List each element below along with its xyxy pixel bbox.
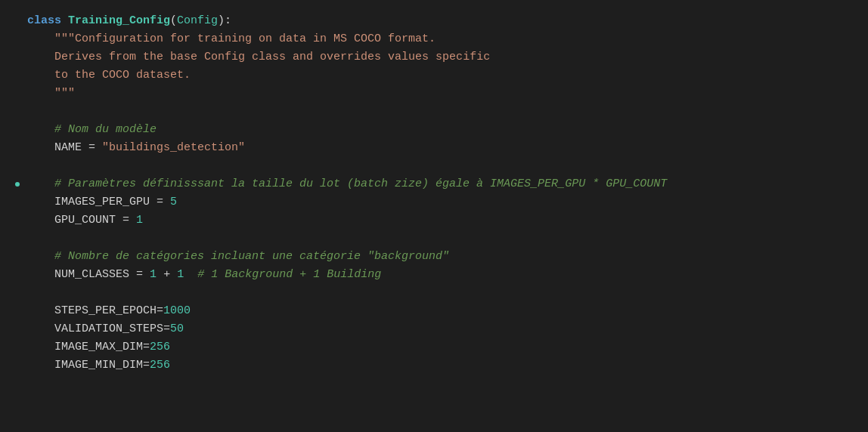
code-line: GPU_COUNT = 1: [15, 211, 853, 230]
line-content: class Training_Config(Config):: [24, 12, 853, 30]
token-equals: =: [157, 304, 163, 317]
line-gutter: [15, 48, 24, 66]
line-content: [24, 230, 853, 248]
token-plain: [27, 123, 54, 136]
token-plain: [129, 268, 136, 281]
token-docstring: """: [54, 87, 75, 100]
code-line: VALIDATION_STEPS=50: [15, 320, 853, 338]
token-plain: [184, 268, 197, 281]
token-plain: [95, 141, 102, 154]
line-content: STEPS_PER_EPOCH=1000: [24, 302, 853, 320]
token-plain: [27, 341, 54, 353]
token-docstring: to the COCO dataset.: [54, 69, 191, 82]
token-var-name: GPU_COUNT: [54, 214, 116, 227]
token-equals: =: [163, 322, 170, 335]
line-content: # Nombre de catégories incluant une caté…: [24, 248, 853, 266]
line-content: [24, 284, 853, 302]
token-plain: [163, 196, 170, 208]
code-line: """: [15, 85, 853, 103]
token-kw-paren: ):: [218, 14, 231, 27]
line-gutter: [15, 121, 24, 139]
token-equals: =: [143, 341, 150, 353]
line-gutter: [15, 175, 24, 193]
token-number: 256: [150, 341, 170, 353]
token-number: 50: [170, 322, 184, 335]
token-plain: [27, 69, 54, 82]
line-content: IMAGES_PER_GPU = 5: [24, 193, 853, 211]
line-content: [24, 157, 853, 175]
token-kw-name: Training_Config: [68, 14, 170, 27]
token-var-name: VALIDATION_STEPS: [54, 322, 163, 335]
token-var-name: IMAGE_MAX_DIM: [54, 341, 143, 353]
code-line: Derives from the base Config class and o…: [15, 48, 853, 66]
token-plain: [27, 304, 54, 317]
line-gutter: [15, 193, 24, 211]
token-kw-paren: (: [170, 14, 177, 27]
token-plain: [129, 214, 136, 227]
token-number: 1: [177, 268, 184, 281]
token-docstring: overrides values specific: [313, 51, 490, 63]
token-var-name: NUM_CLASSES: [54, 268, 129, 281]
token-plain: [27, 141, 54, 154]
code-line: IMAGE_MAX_DIM=256: [15, 338, 853, 356]
line-gutter: [15, 284, 24, 302]
token-plain: [157, 268, 163, 281]
line-content: to the COCO dataset.: [24, 66, 853, 85]
token-plain: [82, 141, 88, 154]
code-line: IMAGES_PER_GPU = 5: [15, 193, 853, 211]
token-equals: =: [88, 141, 95, 154]
token-equals: =: [157, 196, 163, 208]
token-plain: [27, 250, 54, 263]
line-gutter: [15, 320, 24, 338]
code-line: [15, 157, 853, 175]
token-plain: [27, 51, 54, 63]
token-kw-base: Config: [177, 14, 218, 27]
token-plain: [143, 268, 150, 281]
line-gutter: [15, 211, 24, 230]
token-number: 256: [150, 359, 170, 372]
code-line: NAME = "buildings_detection": [15, 139, 853, 157]
token-plain: [27, 322, 54, 335]
line-gutter: [15, 302, 24, 320]
token-docstring: and: [293, 51, 313, 63]
code-line: [15, 230, 853, 248]
line-gutter: [15, 85, 24, 103]
line-content: VALIDATION_STEPS=50: [24, 320, 853, 338]
code-line: class Training_Config(Config):: [15, 12, 853, 30]
code-line: [15, 103, 853, 121]
line-gutter: [15, 139, 24, 157]
line-content: IMAGE_MAX_DIM=256: [24, 338, 853, 356]
line-content: # Paramètres définisssant la taille du l…: [24, 175, 853, 193]
token-plain: [27, 32, 54, 45]
token-comment: # Nombre de catégories incluant une caté…: [54, 250, 449, 263]
code-line: # Paramètres définisssant la taille du l…: [15, 175, 853, 193]
code-line: IMAGE_MIN_DIM=256: [15, 356, 853, 375]
line-gutter: [15, 338, 24, 356]
token-var-name: IMAGES_PER_GPU: [54, 196, 150, 208]
line-content: """Configuration for training on data in…: [24, 30, 853, 48]
token-var-name: NAME: [54, 141, 82, 154]
token-plain: [27, 87, 54, 100]
code-container: class Training_Config(Config): """Config…: [0, 12, 868, 375]
code-line: to the COCO dataset.: [15, 66, 853, 85]
line-gutter: [15, 356, 24, 375]
code-line: # Nom du modèle: [15, 121, 853, 139]
line-content: # Nom du modèle: [24, 121, 853, 139]
code-line: [15, 284, 853, 302]
line-content: GPU_COUNT = 1: [24, 211, 853, 230]
line-gutter: [15, 266, 24, 284]
line-gutter: [15, 30, 24, 48]
line-gutter: [15, 248, 24, 266]
token-var-name: STEPS_PER_EPOCH: [54, 304, 157, 317]
token-plain: [27, 177, 54, 190]
line-content: Derives from the base Config class and o…: [24, 48, 853, 66]
token-number: 5: [170, 196, 177, 208]
token-operator: +: [163, 268, 170, 281]
token-equals: =: [143, 359, 150, 372]
line-gutter: [15, 66, 24, 85]
token-equals: =: [122, 214, 129, 227]
token-plain: [27, 196, 54, 208]
code-line: # Nombre de catégories incluant une caté…: [15, 248, 853, 266]
token-plain: [61, 14, 68, 27]
code-line: STEPS_PER_EPOCH=1000: [15, 302, 853, 320]
